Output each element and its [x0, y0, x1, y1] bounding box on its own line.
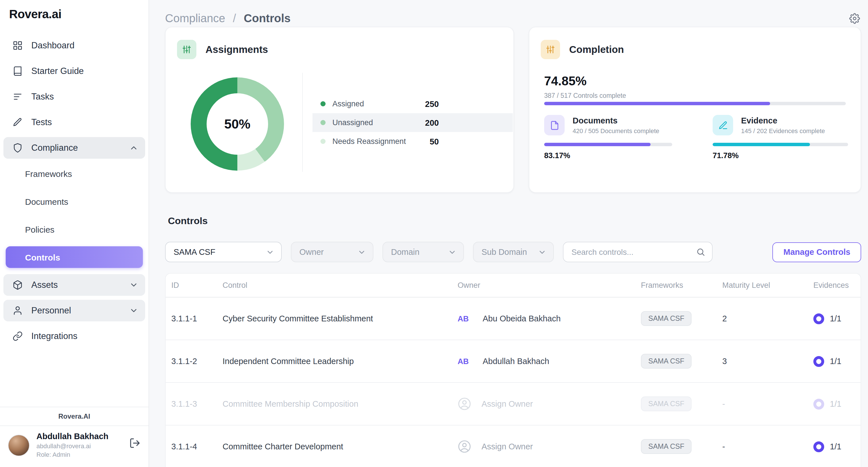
manage-controls-button[interactable]: Manage Controls [773, 242, 861, 262]
sidebar-item-assets[interactable]: Assets [3, 274, 145, 296]
sliders-icon [541, 40, 560, 59]
evidence-count: 1/1 [830, 399, 841, 408]
control-owner: Assign Owner [458, 397, 641, 411]
assignments-card: Assignments 50% Assigned 250 Unassigned [165, 27, 514, 193]
legend-label: Unassigned [332, 118, 373, 127]
sidebar-item-frameworks[interactable]: Frameworks [6, 163, 143, 184]
sidebar-item-tests[interactable]: Tests [3, 111, 145, 133]
control-owner: AB Abu Obeida Bakhach [458, 314, 641, 323]
sidebar-item-dashboard[interactable]: Dashboard [3, 35, 145, 56]
sidebar-item-starter-guide[interactable]: Starter Guide [3, 60, 145, 82]
legend-dot [320, 101, 326, 106]
table-row[interactable]: 3.1.1-1 Cyber Security Committee Establi… [166, 298, 861, 340]
breadcrumb-current: Controls [244, 12, 290, 24]
person-icon [12, 305, 23, 316]
tasks-icon [12, 92, 23, 102]
sidebar-item-compliance[interactable]: Compliance [3, 137, 145, 159]
assignments-legend: Assigned 250 Unassigned 200 Needs Reassi… [312, 94, 513, 151]
pencil-icon [12, 117, 23, 127]
sidebar-item-personnel[interactable]: Personnel [3, 300, 145, 322]
framework-badge: SAMA CSF [641, 311, 691, 326]
search-input[interactable] [571, 247, 696, 257]
maturity-level: - [722, 399, 813, 408]
owner-name: Abdullah Bakhach [483, 357, 549, 366]
controls-heading: Controls [168, 215, 861, 227]
sidebar-item-tasks[interactable]: Tasks [3, 86, 145, 107]
subdomain-filter-value: Sub Domain [482, 247, 527, 257]
evidences-cell: 1/1 [813, 313, 861, 324]
owner-initials: AB [458, 357, 472, 365]
documents-completion-block: Documents 420 / 505 Documents complete 8… [544, 115, 698, 160]
donut-center-label: 50% [191, 77, 284, 171]
evidence-completion-block: Evidence 145 / 202 Evidences complete 71… [713, 115, 849, 160]
sidebar-item-label: Policies [25, 224, 54, 234]
chevron-down-icon [448, 248, 457, 256]
owner-initials: AB [458, 314, 472, 323]
sidebar-item-controls[interactable]: Controls [6, 246, 143, 268]
framework-badge: SAMA CSF [641, 354, 691, 369]
link-icon [12, 331, 23, 341]
pen-icon [713, 115, 733, 135]
owner-filter[interactable]: Owner [291, 242, 373, 262]
legend-item-assigned[interactable]: Assigned 250 [312, 94, 513, 113]
legend-label: Assigned [332, 100, 364, 108]
chevron-down-icon [129, 280, 138, 290]
gear-icon[interactable] [849, 13, 860, 24]
table-header: ID Control Owner Frameworks Maturity Lev… [166, 274, 861, 298]
table-row[interactable]: 3.1.1-3 Committee Membership Composition… [166, 383, 861, 426]
evidences-cell: 1/1 [813, 398, 861, 409]
user-name: Abdullah Bakhach [36, 432, 122, 441]
legend-item-needs-reassignment[interactable]: Needs Reassignment 50 [312, 132, 513, 151]
evidence-ring-icon [813, 441, 824, 452]
assign-owner-label[interactable]: Assign Owner [482, 399, 533, 408]
maturity-level: 3 [722, 357, 813, 366]
dashboard-icon [12, 40, 23, 51]
breadcrumb-parent[interactable]: Compliance [165, 12, 225, 24]
card-divider [302, 73, 303, 172]
sidebar-item-label: Documents [25, 197, 68, 206]
evidences-cell: 1/1 [813, 441, 861, 452]
chevron-down-icon [266, 248, 274, 256]
chevron-down-icon [358, 248, 366, 256]
logout-icon[interactable] [129, 437, 141, 449]
control-id: 3.1.1-2 [171, 357, 222, 366]
legend-label: Needs Reassignment [332, 137, 406, 145]
main-header: Compliance / Controls [165, 0, 861, 27]
legend-dot [320, 139, 326, 144]
sidebar-footer: Rovera.AI Abdullah Bakhach abdullah@rove… [0, 407, 149, 467]
legend-dot [320, 120, 326, 125]
breadcrumb: Compliance / Controls [165, 12, 290, 25]
sidebar-item-policies[interactable]: Policies [6, 219, 143, 240]
assign-owner-label[interactable]: Assign Owner [482, 442, 533, 451]
legend-value: 50 [430, 137, 439, 146]
compliance-submenu: Frameworks Documents Policies Controls [0, 163, 149, 268]
control-name: Cyber Security Committee Establishment [222, 314, 458, 323]
control-id: 3.1.1-3 [171, 399, 222, 408]
legend-value: 200 [425, 118, 439, 127]
sidebar-item-label: Dashboard [31, 40, 74, 51]
app-logo: Rovera.ai [0, 0, 149, 21]
domain-filter[interactable]: Domain [382, 242, 464, 262]
user-profile: Abdullah Bakhach abdullah@rovera.ai Role… [0, 426, 149, 467]
sidebar-item-label: Compliance [31, 143, 78, 153]
framework-badge: SAMA CSF [641, 439, 691, 454]
table-row[interactable]: 3.1.1-4 Committee Charter Development As… [166, 426, 861, 467]
documents-progress-bar [544, 143, 672, 146]
evidence-ring-icon [813, 356, 824, 367]
owner-name: Abu Obeida Bakhach [483, 314, 561, 323]
assignments-card-header: Assignments [166, 27, 514, 59]
framework-filter[interactable]: SAMA CSF [165, 242, 282, 262]
subdomain-filter[interactable]: Sub Domain [473, 242, 554, 262]
chevron-down-icon [129, 306, 138, 315]
header-evidences: Evidences [813, 281, 861, 290]
evidences-cell: 1/1 [813, 356, 861, 367]
legend-item-unassigned[interactable]: Unassigned 200 [312, 113, 513, 132]
sidebar-item-documents[interactable]: Documents [6, 191, 143, 212]
sidebar-item-label: Starter Guide [31, 66, 84, 76]
table-row[interactable]: 3.1.1-2 Independent Committee Leadership… [166, 340, 861, 383]
sidebar-item-integrations[interactable]: Integrations [3, 325, 145, 347]
domain-filter-value: Domain [391, 247, 420, 257]
sidebar-item-label: Tasks [31, 92, 54, 102]
sidebar-item-label: Assets [31, 280, 58, 290]
chevron-down-icon [538, 248, 547, 256]
